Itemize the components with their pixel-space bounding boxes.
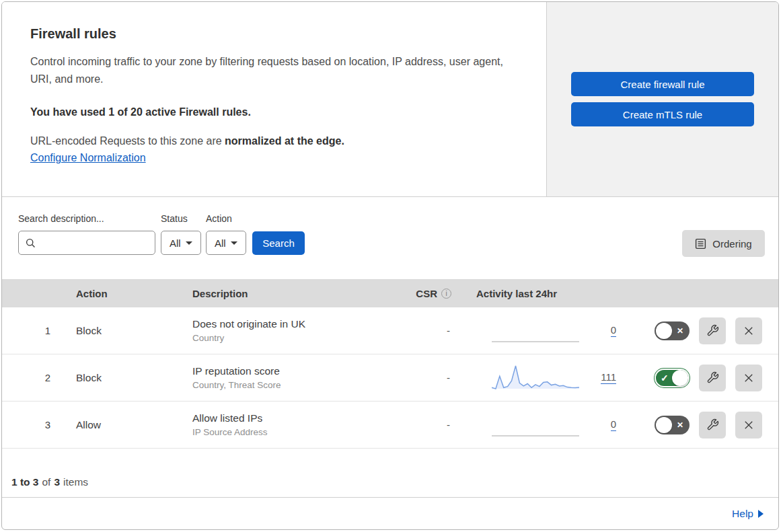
activity-count-link[interactable]: 0 xyxy=(611,324,616,337)
search-input-box[interactable] xyxy=(18,231,155,255)
search-input[interactable] xyxy=(41,237,149,250)
toggle-knob xyxy=(656,323,672,339)
column-action: Action xyxy=(69,288,186,299)
rule-csr: - xyxy=(401,325,468,336)
page-description: Control incoming traffic to your zone by… xyxy=(30,53,509,88)
rule-priority: 1 xyxy=(2,325,69,336)
configure-normalization-link[interactable]: Configure Normalization xyxy=(30,152,146,163)
rule-activity-cell: 111 xyxy=(468,354,624,401)
column-description: Description xyxy=(186,288,401,299)
cta-panel: Create firewall rule Create mTLS rule xyxy=(546,2,778,196)
status-label: Status xyxy=(161,213,201,224)
items-label: items xyxy=(63,476,88,488)
of-label: of xyxy=(42,476,50,488)
rule-action: Block xyxy=(69,325,186,337)
activity-sparkline xyxy=(492,363,579,393)
list-icon xyxy=(695,238,706,250)
chevron-down-icon xyxy=(186,241,192,245)
activity-sparkline xyxy=(492,410,579,440)
search-button[interactable]: Search xyxy=(252,231,305,255)
rule-controls: ✓ ✕ xyxy=(624,317,778,344)
rule-priority: 2 xyxy=(2,372,69,383)
status-filter-group: Status All xyxy=(161,213,201,255)
action-value: All xyxy=(215,237,226,249)
rule-action: Allow xyxy=(69,419,186,431)
cross-icon: ✕ xyxy=(677,420,683,430)
rule-controls: ✓ ✕ xyxy=(624,365,778,391)
status-dropdown[interactable]: All xyxy=(161,231,201,255)
pagination-summary: 1 to 3 of 3 items xyxy=(2,449,778,498)
usage-note: You have used 1 of 20 active Firewall ru… xyxy=(30,106,517,118)
edit-rule-button[interactable] xyxy=(699,412,726,439)
items-total: 3 xyxy=(54,476,60,488)
rule-description-cell: Does not originate in UK Country xyxy=(186,318,401,343)
rule-activity-cell: 0 xyxy=(468,307,624,354)
column-csr: CSR i xyxy=(401,288,468,299)
close-icon xyxy=(743,419,755,431)
wrench-icon xyxy=(706,418,719,431)
column-activity: Activity last 24hr xyxy=(468,288,624,299)
enable-toggle[interactable]: ✓ ✕ xyxy=(655,321,690,340)
wrench-icon xyxy=(706,324,719,337)
action-label: Action xyxy=(206,213,246,224)
search-label: Search description... xyxy=(18,213,155,224)
close-icon xyxy=(743,372,755,384)
csr-header-label: CSR xyxy=(416,288,437,299)
rule-controls: ✓ ✕ xyxy=(624,412,778,439)
delete-rule-button[interactable] xyxy=(735,412,762,439)
delete-rule-button[interactable] xyxy=(735,365,762,391)
rule-criteria: Country, Threat Score xyxy=(192,380,401,390)
rule-description: Allow listed IPs xyxy=(192,412,401,424)
table-row: 3 Allow Allow listed IPs IP Source Addre… xyxy=(2,402,778,449)
edit-rule-button[interactable] xyxy=(699,365,726,391)
rule-criteria: IP Source Address xyxy=(192,427,401,437)
rule-description-cell: Allow listed IPs IP Source Address xyxy=(186,412,401,437)
rule-activity-cell: 0 xyxy=(468,402,624,448)
check-icon: ✓ xyxy=(661,373,669,383)
rule-description: IP reputation score xyxy=(192,365,401,377)
activity-count-link[interactable]: 111 xyxy=(601,371,616,384)
chevron-down-icon xyxy=(231,241,237,245)
enable-toggle[interactable]: ✓ ✕ xyxy=(655,416,690,434)
wrench-icon xyxy=(706,371,719,384)
search-icon xyxy=(25,237,36,249)
status-value: All xyxy=(170,237,181,249)
rule-csr: - xyxy=(401,419,468,430)
rule-description-cell: IP reputation score Country, Threat Scor… xyxy=(186,365,401,390)
search-group: Search description... xyxy=(18,213,155,255)
action-filter-group: Action All xyxy=(206,213,246,255)
filter-bar: Search description... Status All Action … xyxy=(2,197,778,279)
help-label: Help xyxy=(732,508,753,520)
close-icon xyxy=(743,325,755,337)
ordering-button[interactable]: Ordering xyxy=(682,230,765,257)
edit-rule-button[interactable] xyxy=(699,317,726,344)
info-icon[interactable]: i xyxy=(441,289,451,299)
page-title: Firewall rules xyxy=(30,26,517,42)
arrow-right-icon xyxy=(758,510,764,518)
items-range: 1 to 3 xyxy=(11,476,38,488)
enable-toggle[interactable]: ✓ ✕ xyxy=(655,369,690,387)
normalization-note: URL-encoded Requests to this zone are no… xyxy=(30,135,517,147)
action-dropdown[interactable]: All xyxy=(206,231,246,255)
toggle-knob xyxy=(656,417,672,433)
help-link[interactable]: Help xyxy=(732,508,764,520)
create-firewall-rule-button[interactable]: Create firewall rule xyxy=(571,72,754,96)
help-bar: Help xyxy=(2,498,778,529)
delete-rule-button[interactable] xyxy=(735,317,762,344)
firewall-rules-panel: Firewall rules Control incoming traffic … xyxy=(1,1,779,530)
rule-csr: - xyxy=(401,372,468,383)
rule-description: Does not originate in UK xyxy=(192,318,401,330)
intro-section: Firewall rules Control incoming traffic … xyxy=(2,2,778,197)
toggle-knob xyxy=(672,370,688,386)
normalization-bold: normalized at the edge. xyxy=(225,135,344,147)
table-header: Action Description CSR i Activity last 2… xyxy=(2,279,778,307)
normalization-text: URL-encoded Requests to this zone are xyxy=(30,135,222,147)
activity-sparkline xyxy=(492,316,579,346)
cross-icon: ✕ xyxy=(677,326,683,336)
intro-text-block: Firewall rules Control incoming traffic … xyxy=(2,2,546,196)
ordering-button-label: Ordering xyxy=(712,238,751,250)
activity-count-link[interactable]: 0 xyxy=(611,418,616,431)
rule-priority: 3 xyxy=(2,419,69,430)
table-row: 2 Block IP reputation score Country, Thr… xyxy=(2,354,778,402)
create-mtls-rule-button[interactable]: Create mTLS rule xyxy=(571,102,754,126)
